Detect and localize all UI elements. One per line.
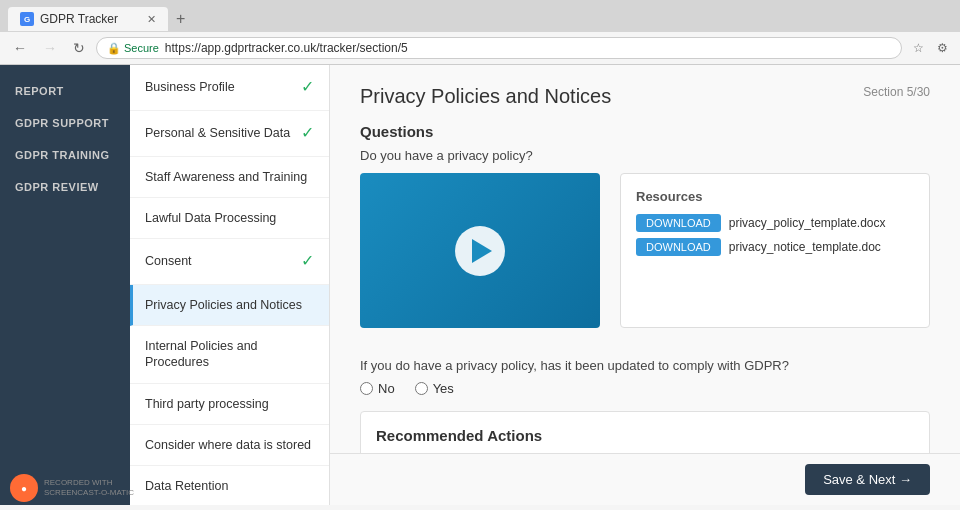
main-content: Privacy Policies and Notices Section 5/3… [330, 65, 960, 453]
address-bar[interactable]: 🔒 Secure https://app.gdprtracker.co.uk/t… [96, 37, 902, 59]
page-title: Privacy Policies and Notices [360, 85, 611, 108]
sidebar: Business Profile ✓ Personal & Sensitive … [130, 65, 330, 505]
sidebar-label-third-party: Third party processing [145, 396, 269, 412]
refresh-button[interactable]: ↻ [68, 38, 90, 58]
new-tab-button[interactable]: + [168, 6, 193, 32]
sidebar-label-staff-awareness: Staff Awareness and Training [145, 169, 307, 185]
screencast-brand: SCREENCAST-O-MATIC [44, 488, 134, 498]
browser-toolbar: ← → ↻ 🔒 Secure https://app.gdprtracker.c… [0, 32, 960, 64]
resources-title: Resources [636, 189, 914, 204]
resource-item-1: DOWNLOAD privacy_policy_template.docx [636, 214, 914, 232]
sidebar-item-third-party[interactable]: Third party processing [130, 384, 329, 425]
radio-yes[interactable]: Yes [415, 381, 454, 396]
gdpr-radio-group: No Yes [360, 381, 930, 396]
sidebar-item-business-profile[interactable]: Business Profile ✓ [130, 65, 329, 111]
forward-button[interactable]: → [38, 38, 62, 58]
recommended-actions-box: Recommended Actions You should review yo… [360, 411, 930, 453]
resources-box: Resources DOWNLOAD privacy_policy_templa… [620, 173, 930, 328]
secure-badge: 🔒 Secure [107, 42, 159, 55]
nav-report[interactable]: REPORT [0, 75, 130, 107]
star-icon[interactable]: ☆ [908, 38, 928, 58]
sidebar-label-privacy-policies: Privacy Policies and Notices [145, 297, 302, 313]
questions-heading: Questions [360, 123, 930, 140]
sidebar-item-privacy-policies[interactable]: Privacy Policies and Notices [130, 285, 329, 326]
section-badge: Section 5/30 [863, 85, 930, 99]
check-icon-business-profile: ✓ [301, 77, 314, 98]
browser-tabs: G GDPR Tracker ✕ + [0, 0, 960, 32]
download-button-1[interactable]: DOWNLOAD [636, 214, 721, 232]
screencast-text: RECORDED WITH SCREENCAST-O-MATIC [44, 478, 134, 499]
sidebar-label-consider-data: Consider where data is stored [145, 437, 311, 453]
radio-yes-input[interactable] [415, 382, 428, 395]
recorded-with-label: RECORDED WITH [44, 478, 134, 488]
sidebar-item-lawful-processing[interactable]: Lawful Data Processing [130, 198, 329, 239]
left-nav: REPORT GDPR SUPPORT GDPR TRAINING GDPR R… [0, 65, 130, 505]
resource-name-2: privacy_notice_template.doc [729, 240, 881, 254]
video-player[interactable] [360, 173, 600, 328]
resource-name-1: privacy_policy_template.docx [729, 216, 886, 230]
section-header: Privacy Policies and Notices Section 5/3… [360, 85, 930, 108]
tab-favicon: G [20, 12, 34, 26]
extensions-icon[interactable]: ⚙ [932, 38, 952, 58]
play-triangle-icon [472, 239, 492, 263]
question-label: Do you have a privacy policy? [360, 148, 930, 163]
sidebar-label-consent: Consent [145, 253, 192, 269]
secure-label: Secure [124, 42, 159, 54]
download-button-2[interactable]: DOWNLOAD [636, 238, 721, 256]
nav-gdpr-training[interactable]: GDPR TRAINING [0, 139, 130, 171]
back-button[interactable]: ← [8, 38, 32, 58]
sidebar-label-internal-policies: Internal Policies and Procedures [145, 338, 314, 371]
sidebar-item-personal-sensitive[interactable]: Personal & Sensitive Data ✓ [130, 111, 329, 157]
sidebar-label-lawful-processing: Lawful Data Processing [145, 210, 276, 226]
sidebar-label-data-retention: Data Retention [145, 478, 228, 494]
sidebar-item-staff-awareness[interactable]: Staff Awareness and Training [130, 157, 329, 198]
sidebar-item-consent[interactable]: Consent ✓ [130, 239, 329, 285]
sidebar-item-data-retention[interactable]: Data Retention [130, 466, 329, 505]
screencast-logo: ● [10, 474, 38, 502]
main-footer: Save & Next → [330, 453, 960, 505]
sidebar-label-personal-sensitive: Personal & Sensitive Data [145, 125, 290, 141]
nav-gdpr-support[interactable]: GDPR SUPPORT [0, 107, 130, 139]
radio-no[interactable]: No [360, 381, 395, 396]
radio-no-label: No [378, 381, 395, 396]
radio-no-input[interactable] [360, 382, 373, 395]
sidebar-item-consider-data[interactable]: Consider where data is stored [130, 425, 329, 466]
recommended-title: Recommended Actions [376, 427, 914, 444]
resource-item-2: DOWNLOAD privacy_notice_template.doc [636, 238, 914, 256]
play-button[interactable] [455, 226, 505, 276]
screencast-watermark: ● RECORDED WITH SCREENCAST-O-MATIC [10, 474, 134, 502]
browser-chrome: G GDPR Tracker ✕ + ← → ↻ 🔒 Secure https:… [0, 0, 960, 65]
toolbar-icons: ☆ ⚙ [908, 38, 952, 58]
radio-yes-label: Yes [433, 381, 454, 396]
nav-gdpr-review[interactable]: GDPR REVIEW [0, 171, 130, 203]
tab-close-button[interactable]: ✕ [147, 13, 156, 26]
active-tab[interactable]: G GDPR Tracker ✕ [8, 7, 168, 31]
tab-title: GDPR Tracker [40, 12, 118, 26]
url-text: https://app.gdprtracker.co.uk/tracker/se… [165, 41, 408, 55]
check-icon-personal-sensitive: ✓ [301, 123, 314, 144]
check-icon-consent: ✓ [301, 251, 314, 272]
sidebar-item-internal-policies[interactable]: Internal Policies and Procedures [130, 326, 329, 384]
sidebar-label-business-profile: Business Profile [145, 79, 235, 95]
save-next-button[interactable]: Save & Next → [805, 464, 930, 495]
gdpr-question: If you do have a privacy policy, has it … [360, 358, 930, 373]
lock-icon: 🔒 [107, 42, 121, 55]
